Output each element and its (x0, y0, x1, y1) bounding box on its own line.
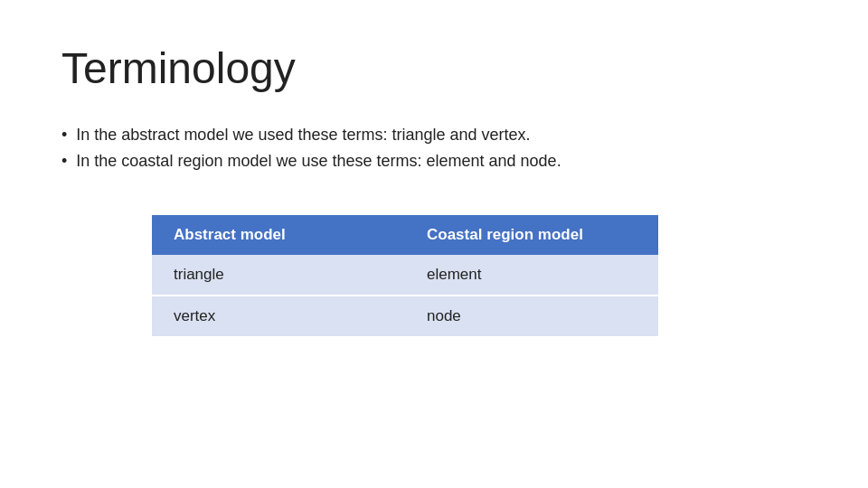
bullet-item-2: In the coastal region model we use these… (61, 148, 807, 174)
bullet-item-1: In the abstract model we used these term… (61, 122, 807, 148)
table-row: triangle element (152, 255, 658, 296)
terminology-table: Abstract model Coastal region model tria… (152, 215, 658, 336)
table-cell-element: element (405, 255, 658, 296)
table-header-coastal: Coastal region model (405, 215, 658, 255)
slide: Terminology In the abstract model we use… (0, 0, 868, 488)
table-row: vertex node (152, 296, 658, 336)
table-header-abstract: Abstract model (152, 215, 405, 255)
table-cell-triangle: triangle (152, 255, 405, 296)
bullet-list: In the abstract model we used these term… (61, 122, 807, 174)
table-header-row: Abstract model Coastal region model (152, 215, 658, 255)
page-title: Terminology (61, 45, 807, 93)
table-cell-vertex: vertex (152, 296, 405, 336)
table-cell-node: node (405, 296, 658, 336)
terminology-table-container: Abstract model Coastal region model tria… (152, 215, 807, 336)
